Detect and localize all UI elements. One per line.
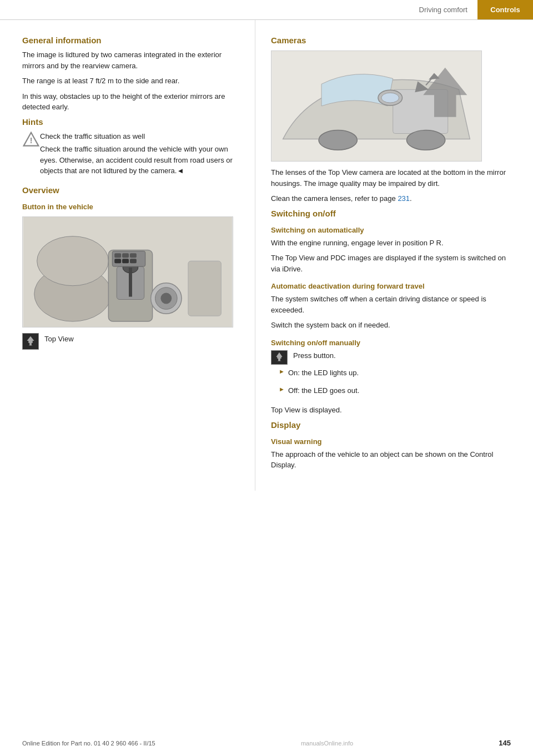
visual-warning-heading: Visual warning: [271, 437, 516, 446]
switching-auto-para2: The Top View and PDC images are displaye…: [271, 253, 516, 274]
page-header: Driving comfort Controls: [0, 0, 533, 20]
svg-rect-39: [280, 359, 283, 361]
svg-rect-15: [130, 259, 137, 263]
general-info-para3: In this way, obstacles up to the height …: [22, 91, 238, 113]
general-information-section: General information The image is lidture…: [22, 36, 238, 113]
svg-point-18: [160, 293, 172, 304]
main-content: General information The image is lidture…: [0, 20, 533, 491]
warning-icon: !: [22, 131, 40, 150]
visual-warning-para: The approach of the vehicle to an object…: [271, 449, 516, 471]
svg-rect-19: [188, 261, 221, 316]
svg-rect-11: [122, 253, 129, 258]
svg-rect-13: [114, 259, 121, 263]
overview-heading: Overview: [22, 185, 238, 195]
hints-text: Check the traffic situation as well Chec…: [40, 131, 238, 181]
switching-section: Switching on/off Switching on automatica…: [271, 209, 516, 416]
bullet-item-off: ► Off: the LED goes out.: [271, 385, 516, 401]
hints-line2: Check the traffic situation around the v…: [40, 144, 238, 177]
display-section: Display Visual warning The approach of t…: [271, 420, 516, 471]
page-footer: Online Edition for Part no. 01 40 2 960 …: [0, 739, 533, 747]
cameras-page-link[interactable]: 231: [398, 194, 410, 203]
manual-icon-row: Press button.: [271, 350, 516, 366]
cameras-desc2: Clean the camera lenses, refer to page 2…: [271, 193, 516, 204]
general-info-para1: The image is lidtured by two cameras int…: [22, 49, 238, 71]
button-in-vehicle-image: [22, 216, 233, 327]
svg-rect-14: [122, 259, 129, 263]
switching-auto-heading: Switching on automatically: [271, 226, 516, 234]
bullet-list: ► On: the LED lights up. ► Off: the LED …: [271, 367, 516, 400]
switching-auto-para1: With the engine running, engage lever in…: [271, 238, 516, 249]
general-information-heading: General information: [22, 36, 238, 45]
topview-icon: [22, 333, 39, 350]
left-column: General information The image is lidture…: [0, 20, 255, 491]
switching-manual-heading: Switching on/off manually: [271, 339, 516, 347]
auto-deactivation-heading: Automatic deactivation during forward tr…: [271, 282, 516, 290]
switching-heading: Switching on/off: [271, 209, 516, 218]
bullet-on-text: On: the LED lights up.: [288, 367, 359, 379]
svg-point-33: [319, 130, 357, 150]
bullet-off-text: Off: the LED goes out.: [288, 385, 359, 396]
topview-label: Top View: [44, 334, 74, 345]
svg-text:!: !: [30, 136, 33, 145]
footer-watermark: manualsOnline.info: [301, 740, 353, 747]
svg-rect-23: [27, 342, 29, 345]
svg-rect-38: [276, 359, 278, 361]
svg-rect-12: [130, 253, 137, 258]
svg-point-28: [381, 93, 399, 103]
right-column: Cameras: [255, 20, 533, 491]
bullet-item-on: ► On: the LED lights up.: [271, 367, 516, 383]
display-heading: Display: [271, 420, 516, 430]
overview-section: Overview Button in the vehicle: [22, 185, 238, 350]
cameras-desc1: The lenses of the Top View camera are lo…: [271, 167, 516, 189]
cameras-image: [271, 51, 482, 162]
topview-row: Top View: [22, 333, 238, 350]
footer-page-number: 145: [499, 739, 511, 747]
hints-heading: Hints: [22, 117, 238, 127]
press-button-text: Press button.: [293, 350, 336, 361]
svg-rect-10: [114, 253, 121, 258]
button-in-vehicle-heading: Button in the vehicle: [22, 203, 238, 211]
svg-rect-24: [32, 342, 34, 345]
header-driving-comfort: Driving comfort: [419, 6, 477, 14]
cameras-heading: Cameras: [271, 36, 516, 45]
hints-line1: Check the traffic situation as well: [40, 131, 238, 142]
general-info-para2: The range is at least 7 ft/2 m to the si…: [22, 75, 238, 87]
hints-section: Hints ! Check the traffic situation as w…: [22, 117, 238, 181]
header-controls: Controls: [477, 0, 533, 19]
svg-point-4: [37, 236, 109, 285]
bullet-arrow-2: ►: [279, 386, 285, 392]
hints-box: ! Check the traffic situation as well Ch…: [22, 131, 238, 181]
footer-text: Online Edition for Part no. 01 40 2 960 …: [22, 740, 155, 747]
manual-topview-icon: [271, 350, 288, 365]
svg-point-34: [406, 130, 445, 150]
auto-deactivation-para2: Switch the system back on if needed.: [271, 320, 516, 331]
bullet-arrow-1: ►: [279, 368, 285, 375]
auto-deactivation-para1: The system switches off when a certain d…: [271, 294, 516, 315]
topview-displayed-text: Top View is displayed.: [271, 405, 516, 416]
cameras-section: Cameras: [271, 36, 516, 204]
